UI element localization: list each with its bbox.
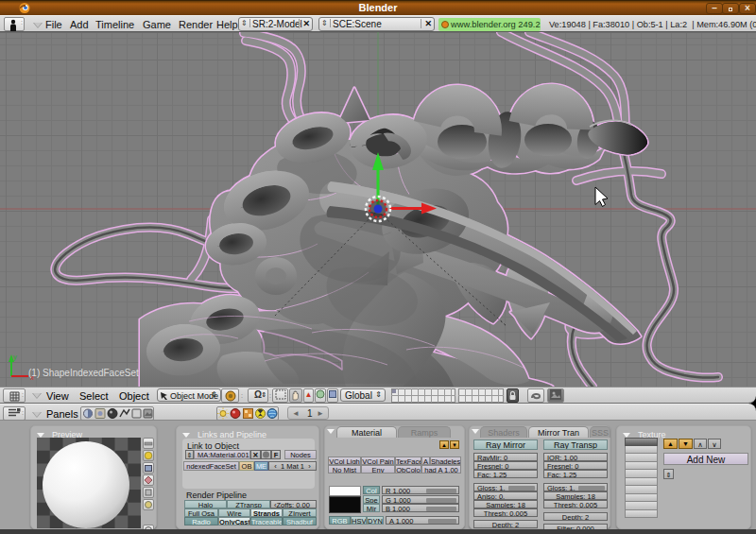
svg-text:y: y: [13, 353, 17, 361]
